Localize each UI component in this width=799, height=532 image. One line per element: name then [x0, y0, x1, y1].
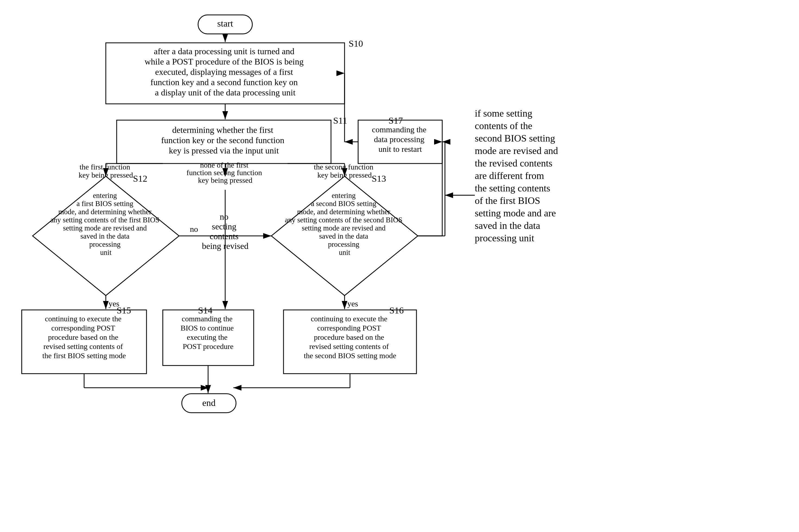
s14-step-label: S14	[198, 305, 212, 315]
s16-label: continuing to execute the corresponding …	[304, 315, 396, 360]
s15-step-label: S15	[117, 305, 131, 315]
no-label: no	[190, 225, 198, 233]
s10-step-label: S10	[349, 38, 363, 49]
s17-label: commanding the data processing unit to r…	[372, 125, 428, 153]
end-label: end	[202, 398, 216, 408]
s11-label: determining whether the first function k…	[161, 125, 286, 155]
diagram-container: start after a data processing unit is tu…	[0, 0, 799, 532]
annotation-text: if some setting contents of the second B…	[475, 108, 560, 244]
flowchart-svg: start after a data processing unit is tu…	[0, 0, 799, 532]
none-key-label: none of the first function secong functi…	[186, 161, 264, 184]
no-secting-label: no secting contents being revised	[202, 212, 248, 251]
start-label: start	[217, 18, 233, 28]
s10-label: after a data processing unit is turned a…	[145, 46, 306, 97]
s17-step-label: S17	[389, 115, 403, 126]
s12-step-label: S12	[133, 173, 147, 184]
s13-step-label: S13	[372, 173, 386, 184]
yes-right-label: yes	[347, 299, 358, 308]
s15-label: continuing to execute the corresponding …	[42, 315, 126, 360]
s16-step-label: S16	[389, 305, 404, 315]
s11-step-label: S11	[333, 115, 347, 126]
